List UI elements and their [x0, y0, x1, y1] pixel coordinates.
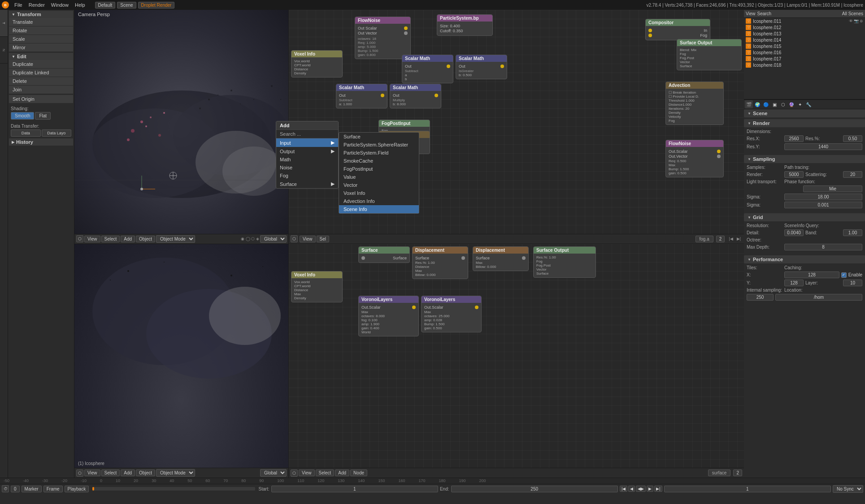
frame-number[interactable]: 2: [716, 236, 725, 242]
tiles-x[interactable]: 128: [784, 271, 839, 278]
socket[interactable]: [475, 306, 478, 309]
detail-value[interactable]: 0.0040: [784, 229, 804, 236]
play-back-btn[interactable]: ◀▶: [636, 486, 646, 492]
mode-tab-tools[interactable]: T: [0, 10, 8, 37]
enable-check[interactable]: Enable: [841, 272, 862, 278]
res-y-value[interactable]: 1440: [784, 143, 862, 150]
mesh-props-icon[interactable]: ⬡: [779, 100, 787, 108]
outliner-item[interactable]: ▽ Icosphere.015: [744, 43, 865, 49]
current-frame[interactable]: 1: [664, 486, 831, 492]
submenu-particle-sphere[interactable]: ParticleSystem.SphereRaster: [339, 141, 419, 149]
skip-start-btn[interactable]: |◀: [620, 486, 627, 492]
bnode-view-btn[interactable]: View: [299, 470, 315, 476]
int-samp-value[interactable]: 250: [747, 294, 774, 301]
view-label-outliner[interactable]: View: [746, 11, 756, 16]
submenu-value[interactable]: Value: [339, 173, 419, 181]
submenu-particle-field[interactable]: ParticleSystem.Field: [339, 149, 419, 157]
layout-selector[interactable]: Default: [95, 2, 116, 9]
timeline-scrubber[interactable]: [92, 487, 255, 491]
sigma1-value[interactable]: 18.00: [784, 194, 862, 200]
play-btn[interactable]: ▶: [647, 486, 653, 492]
btm-mode-select[interactable]: Object Mode: [156, 469, 195, 477]
mirror-btn[interactable]: Mirror: [9, 43, 73, 52]
data-layout-btn[interactable]: Data Layo: [42, 129, 72, 137]
submenu-scene-info[interactable]: Scene Info: [339, 205, 419, 213]
transform-space[interactable]: Global: [260, 235, 287, 243]
socket[interactable]: [717, 155, 721, 158]
outliner-item[interactable]: ▽ Icosphere.013: [744, 30, 865, 37]
cursor-icon[interactable]: ⊕: [860, 19, 863, 23]
max-depth-value[interactable]: 8: [784, 244, 862, 250]
submenu-smokecache[interactable]: SmokeCache: [339, 157, 419, 165]
translate-btn[interactable]: Translate: [9, 18, 73, 26]
btm-object-btn[interactable]: Object: [136, 470, 155, 476]
outliner-item[interactable]: ▽ Icosphere.014: [744, 37, 865, 43]
duplicate-btn[interactable]: Duplicate: [9, 60, 73, 69]
delete-btn[interactable]: Delete: [9, 77, 73, 86]
menu-render[interactable]: Render: [26, 1, 48, 9]
band-value[interactable]: 1.00: [843, 229, 862, 236]
socket-in[interactable]: [648, 29, 652, 32]
history-header[interactable]: ▶ History: [9, 138, 73, 146]
add-menu-fog[interactable]: Fog: [276, 172, 338, 180]
eye-icon[interactable]: 👁: [849, 19, 853, 23]
socket[interactable]: [717, 150, 721, 153]
add-btn[interactable]: Add: [121, 236, 135, 242]
socket[interactable]: [435, 94, 438, 97]
marker-btn[interactable]: Marker: [22, 486, 42, 492]
render-header[interactable]: ▼ Render: [744, 119, 865, 127]
smooth-btn[interactable]: Smooth: [11, 112, 34, 120]
menu-file[interactable]: File: [12, 1, 25, 9]
mode-tab-n[interactable]: N: [0, 37, 8, 64]
phase-value[interactable]: Mie: [803, 185, 862, 192]
btm-transform-space[interactable]: Global: [260, 469, 287, 477]
socket[interactable]: [447, 65, 450, 68]
scene-props-icon[interactable]: 🌍: [753, 100, 761, 108]
outliner-item[interactable]: ▽ Icosphere.018: [744, 62, 865, 68]
join-btn[interactable]: Join: [9, 86, 73, 94]
render-props-icon[interactable]: 🎬: [745, 100, 753, 108]
scene-selector[interactable]: Scene: [117, 2, 136, 9]
timeline-icon[interactable]: ⏱: [2, 485, 9, 492]
timeline-view-btn[interactable]: 0: [11, 486, 20, 492]
playback-btn[interactable]: Playback: [65, 486, 89, 492]
socket-out[interactable]: [461, 256, 465, 260]
bottom-node-name[interactable]: surface: [708, 470, 731, 476]
frame-name[interactable]: fog.a: [695, 236, 713, 242]
set-origin-btn[interactable]: Set Origin: [9, 95, 73, 103]
view-btn[interactable]: View: [84, 236, 100, 242]
object-btn[interactable]: Object: [136, 236, 155, 242]
duplicate-linked-btn[interactable]: Duplicate Linked: [9, 69, 73, 77]
particles-props-icon[interactable]: ✦: [796, 100, 804, 108]
scene-header[interactable]: ▼ Scene: [744, 109, 865, 117]
start-frame[interactable]: 1: [271, 486, 438, 492]
node-editor-icon[interactable]: ⬡: [291, 235, 298, 242]
submenu-surface[interactable]: Surface: [339, 133, 419, 141]
add-menu-noise[interactable]: Noise: [276, 164, 338, 172]
step-back-btn[interactable]: ◀: [628, 486, 635, 492]
bnode-sel-btn[interactable]: Select: [316, 470, 335, 476]
world-props-icon[interactable]: 🔵: [762, 100, 770, 108]
socket[interactable]: [412, 306, 416, 309]
prev-frame-btn[interactable]: |◀: [727, 236, 734, 241]
submenu-advection-info[interactable]: Advection Info: [339, 197, 419, 205]
step-forward-btn[interactable]: ▶|: [654, 486, 662, 492]
menu-help[interactable]: Help: [72, 1, 88, 9]
tiles-y[interactable]: 128: [784, 280, 804, 286]
end-frame[interactable]: 250: [451, 486, 618, 492]
outliner-item[interactable]: ▽ Icosphere.016: [744, 49, 865, 56]
edit-header[interactable]: ▼ Edit: [9, 53, 73, 60]
outliner-item[interactable]: ▽ Icosphere.011 👁 📷 ⊕: [744, 18, 865, 24]
btm-add-btn[interactable]: Add: [121, 470, 135, 476]
material-props-icon[interactable]: 🔮: [787, 100, 795, 108]
socket-in[interactable]: [361, 256, 365, 260]
submenu-fogpostinput[interactable]: FogPostInput: [339, 165, 419, 173]
socket[interactable]: [381, 94, 384, 97]
add-menu-math[interactable]: Math: [276, 155, 338, 164]
rotate-btn[interactable]: Rotate: [9, 26, 73, 35]
scattering-value[interactable]: 20: [843, 171, 862, 178]
bottom-node-icon[interactable]: ⬡: [291, 470, 298, 477]
frame-btn[interactable]: Frame: [43, 486, 63, 492]
transform-header[interactable]: ▼ Transform: [9, 11, 73, 18]
socket-out[interactable]: [404, 31, 408, 35]
